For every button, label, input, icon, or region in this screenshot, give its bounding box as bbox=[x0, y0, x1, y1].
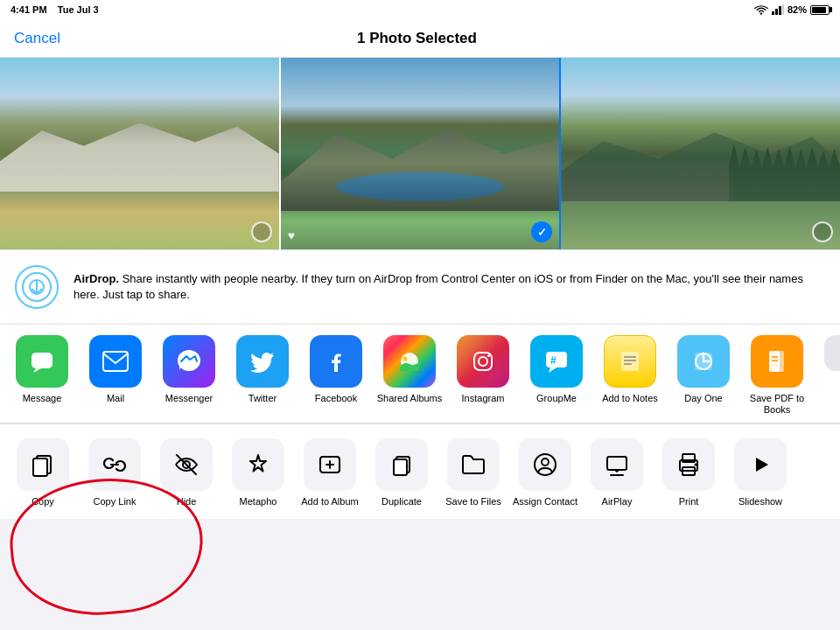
action-icon-slideshow-wrap bbox=[734, 438, 787, 491]
action-item-assign-contact[interactable]: Assign Contact bbox=[509, 435, 581, 511]
svg-text:#: # bbox=[550, 354, 556, 367]
action-label-hide: Hide bbox=[177, 496, 197, 508]
svg-marker-51 bbox=[756, 458, 768, 472]
printer-icon bbox=[676, 452, 702, 478]
svg-rect-4 bbox=[782, 4, 784, 15]
app-icon-more: ··· bbox=[824, 335, 840, 371]
status-time: 4:41 PM bbox=[10, 4, 47, 15]
app-icon-save-pdf bbox=[751, 335, 803, 388]
app-item-message[interactable]: Message bbox=[7, 335, 77, 404]
person-circle-icon bbox=[532, 452, 558, 478]
nav-title: 1 Photo Selected bbox=[357, 30, 477, 47]
photo-cell-3[interactable] bbox=[561, 58, 840, 249]
app-icon-instagram bbox=[457, 335, 509, 388]
svg-rect-18 bbox=[546, 352, 567, 368]
heart-icon: ♥ bbox=[288, 228, 295, 242]
wifi-icon bbox=[754, 4, 768, 15]
airdrop-label: AirDrop. bbox=[74, 272, 119, 285]
link-icon bbox=[102, 452, 128, 478]
apps-row: Message Mail Messenger Twitter bbox=[0, 335, 840, 416]
app-item-groupme[interactable]: # GroupMe bbox=[522, 335, 592, 404]
action-icon-airplay-wrap bbox=[591, 438, 643, 491]
action-item-print[interactable]: Print bbox=[653, 435, 724, 511]
signal-icon bbox=[772, 4, 784, 15]
cancel-button[interactable]: Cancel bbox=[14, 30, 60, 47]
battery-text: 82% bbox=[788, 4, 807, 15]
app-item-add-to-notes[interactable]: Add to Notes bbox=[595, 335, 665, 404]
svg-rect-11 bbox=[103, 352, 128, 371]
action-item-copy[interactable]: Copy bbox=[7, 435, 79, 511]
app-label-mail: Mail bbox=[107, 393, 124, 404]
photo-cell-1[interactable] bbox=[0, 58, 281, 249]
action-item-airplay[interactable]: AirPlay bbox=[581, 435, 653, 511]
hide-icon bbox=[173, 452, 200, 478]
copy-icon bbox=[30, 452, 56, 478]
metapho-icon bbox=[245, 452, 271, 478]
app-icon-message bbox=[16, 335, 68, 388]
app-label-shared-albums: Shared Albums bbox=[377, 393, 443, 404]
photo-checkbox-1[interactable] bbox=[251, 221, 272, 242]
svg-marker-10 bbox=[33, 368, 41, 373]
play-icon bbox=[747, 452, 774, 478]
folder-icon bbox=[460, 452, 486, 478]
actions-section: Copy Copy Link Hide bbox=[0, 424, 840, 518]
app-item-more[interactable]: ··· More bbox=[816, 335, 840, 388]
action-label-copy: Copy bbox=[32, 496, 54, 508]
checkmark-icon: ✓ bbox=[537, 226, 547, 239]
action-icon-metapho-wrap bbox=[232, 438, 284, 491]
photo-bg-1 bbox=[0, 58, 279, 249]
action-item-metapho[interactable]: Metapho bbox=[222, 435, 294, 511]
action-item-copy-link[interactable]: Copy Link bbox=[79, 435, 150, 511]
app-item-twitter[interactable]: Twitter bbox=[228, 335, 298, 404]
action-label-duplicate: Duplicate bbox=[382, 496, 422, 508]
app-label-message: Message bbox=[23, 393, 62, 404]
duplicate-icon bbox=[388, 452, 415, 478]
app-item-facebook[interactable]: Facebook bbox=[301, 335, 371, 404]
photo-checkbox-3[interactable] bbox=[812, 221, 833, 242]
action-label-add-to-album: Add to Album bbox=[301, 496, 358, 508]
status-date: Tue Jul 3 bbox=[58, 4, 99, 15]
action-item-slideshow[interactable]: Slideshow bbox=[724, 435, 796, 511]
app-label-save-pdf: Save PDF to Books bbox=[742, 393, 812, 416]
svg-point-14 bbox=[403, 357, 408, 361]
action-icon-print-wrap bbox=[662, 438, 715, 491]
app-item-mail[interactable]: Mail bbox=[80, 335, 150, 404]
photo-cell-2[interactable]: ♥ ✓ bbox=[281, 58, 562, 249]
app-item-save-pdf[interactable]: Save PDF to Books bbox=[742, 335, 812, 416]
svg-marker-20 bbox=[549, 368, 556, 373]
status-time-date: 4:41 PM Tue Jul 3 bbox=[10, 4, 99, 15]
action-icon-assign-contact-wrap bbox=[519, 438, 571, 491]
photo-bg-2 bbox=[281, 58, 560, 249]
action-icon-save-to-files-wrap bbox=[447, 438, 500, 491]
action-icon-duplicate-wrap bbox=[375, 438, 428, 491]
status-icons: 82% bbox=[754, 4, 830, 15]
airdrop-icon bbox=[14, 264, 60, 310]
action-item-save-to-files[interactable]: Save to Files bbox=[438, 435, 509, 511]
app-label-facebook: Facebook bbox=[315, 393, 357, 404]
svg-rect-28 bbox=[774, 351, 784, 372]
airdrop-section: AirDrop. Share instantly with people nea… bbox=[0, 250, 840, 325]
svg-rect-21 bbox=[621, 352, 639, 371]
app-icon-mail bbox=[89, 335, 142, 388]
app-icon-day-one bbox=[677, 335, 730, 388]
action-item-duplicate[interactable]: Duplicate bbox=[366, 435, 438, 511]
app-icon-add-to-notes bbox=[604, 335, 656, 388]
nav-bar: Cancel 1 Photo Selected bbox=[0, 19, 840, 58]
app-item-instagram[interactable]: Instagram bbox=[448, 335, 518, 404]
app-icon-groupme: # bbox=[530, 335, 583, 388]
app-label-twitter: Twitter bbox=[248, 393, 276, 404]
action-label-copy-link: Copy Link bbox=[94, 496, 136, 508]
svg-rect-1 bbox=[772, 11, 774, 15]
action-label-save-to-files: Save to Files bbox=[445, 496, 501, 508]
app-item-shared-albums[interactable]: Shared Albums bbox=[374, 335, 444, 404]
action-item-hide[interactable]: Hide bbox=[150, 435, 222, 511]
app-label-groupme: GroupMe bbox=[536, 393, 577, 404]
app-item-day-one[interactable]: Day One bbox=[668, 335, 738, 404]
photos-grid: ♥ ✓ bbox=[0, 58, 840, 250]
app-label-day-one: Day One bbox=[684, 393, 722, 404]
action-item-add-to-album[interactable]: Add to Album bbox=[294, 435, 366, 511]
action-icon-copy-link-wrap bbox=[88, 438, 141, 491]
action-icon-add-to-album-wrap bbox=[304, 438, 356, 491]
app-item-messenger[interactable]: Messenger bbox=[154, 335, 224, 404]
app-icon-facebook bbox=[310, 335, 362, 388]
